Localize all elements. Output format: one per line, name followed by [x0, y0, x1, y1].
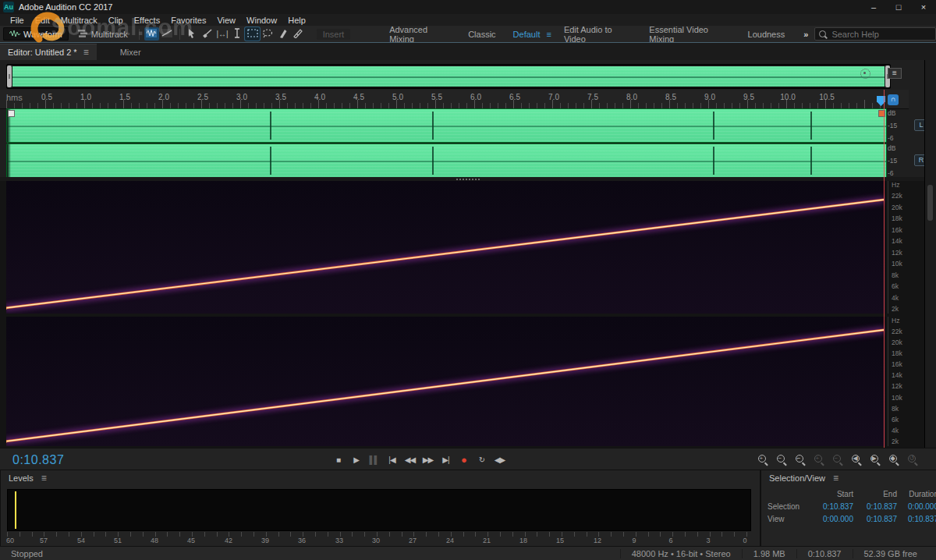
zoom-to-in-point-button[interactable]: ◀ [851, 454, 863, 466]
time-selection-tool[interactable] [230, 27, 245, 41]
show-waveform-toggle[interactable] [144, 27, 159, 41]
waveform-left-channel[interactable] [6, 108, 887, 143]
timeline-ruler[interactable]: hms 0.5 1.0 1.5 2.0 2.5 3.0 3.5 4.0 4.5 … [0, 90, 909, 109]
view-end-value[interactable]: 0:10.837 [853, 515, 897, 523]
audio-format: 48000 Hz • 16-bit • Stereo [620, 549, 742, 558]
workspace-loudness[interactable]: Loudness [740, 28, 793, 41]
settings-icon[interactable] [860, 69, 870, 79]
insert-label: Insert [317, 29, 351, 40]
workspace-classic[interactable]: Classic [460, 28, 503, 41]
column-start: Start [810, 490, 853, 498]
tab-editor[interactable]: Editor: Untitled 2 * ≡ [0, 44, 97, 60]
selection-end-value[interactable]: 0:10.837 [853, 502, 897, 511]
razor-tool[interactable] [200, 27, 214, 41]
zoom-out-full-button[interactable]: ⌐ [795, 454, 807, 466]
pause-button[interactable]: ▌▌ [367, 453, 381, 466]
minimize-button[interactable]: – [861, 0, 886, 14]
menu-edit[interactable]: Edit [30, 16, 55, 25]
level-meter [7, 489, 751, 531]
level-scale-label: 33 [335, 537, 343, 544]
level-scale-label: 57 [40, 537, 48, 544]
zoom-to-selection-button[interactable]: ◆ [888, 454, 900, 466]
level-meter-indicator [15, 491, 16, 529]
window-title: Adobe Audition CC 2017 [19, 2, 112, 12]
workspace-overflow-chevron[interactable]: » [803, 30, 808, 39]
menu-view[interactable]: View [211, 16, 241, 25]
editor-panel-menu-icon[interactable]: ≡ [888, 68, 902, 79]
menu-help[interactable]: Help [282, 16, 311, 25]
levels-panel-title: Levels [9, 473, 34, 483]
levels-panel: Levels ≡ 60 57 54 51 48 45 42 39 36 33 3… [0, 470, 760, 548]
zoom-buttons: + − ⌐ + − ◀ ▶ ◆ ↺ [757, 454, 919, 466]
zoom-reset-button[interactable]: ↺ [907, 454, 919, 466]
menu-file[interactable]: File [5, 16, 30, 25]
level-scale-label: 60 [6, 537, 14, 544]
menu-window[interactable]: Window [241, 16, 282, 25]
playhead-line[interactable] [884, 90, 885, 448]
search-help-input[interactable] [830, 29, 919, 40]
move-tool[interactable] [185, 27, 200, 41]
fade-in-handle[interactable] [8, 110, 15, 117]
spectral-left-channel[interactable] [6, 181, 885, 314]
levels-panel-menu-icon[interactable]: ≡ [41, 473, 47, 484]
view-start-value[interactable]: 0:00.000 [810, 515, 853, 523]
tab-mixer[interactable]: Mixer [112, 44, 149, 60]
transport-buttons: ■ ▶ ▌▌ |◀ ◀◀ ▶▶ ▶| ● ↻ ◀▶ [332, 453, 506, 466]
bottom-panels: Levels ≡ 60 57 54 51 48 45 42 39 36 33 3… [0, 470, 936, 546]
level-scale-label: 54 [77, 537, 85, 544]
lasso-selection-tool[interactable] [260, 27, 275, 41]
skip-to-end-button[interactable]: ▶| [439, 453, 452, 466]
skip-to-start-button[interactable]: |◀ [385, 453, 399, 466]
multitrack-icon [78, 30, 88, 39]
level-scale-label: 18 [519, 537, 527, 544]
slip-tool[interactable]: |↔| [214, 27, 229, 41]
frequency-scale-right: Hz22k 20k18k 16k14k 12k10k 8k6k 4k2k [888, 317, 912, 446]
menu-multitrack[interactable]: Multitrack [55, 16, 103, 25]
file-size: 1.98 MB [742, 549, 796, 558]
monitor-icon[interactable]: ∩ [888, 94, 899, 105]
level-scale-label: 3 [706, 537, 710, 544]
spot-healing-brush-tool[interactable] [290, 27, 305, 41]
zoom-in-time-button[interactable]: + [757, 454, 769, 466]
view-duration-value[interactable]: 0:10.837 [897, 515, 936, 523]
zoom-out-amplitude-button[interactable]: − [832, 454, 844, 466]
level-scale-label: 45 [187, 537, 195, 544]
skip-selection-button[interactable]: ◀▶ [493, 453, 506, 466]
selection-start-value[interactable]: 0:10.837 [810, 502, 853, 511]
menu-clip[interactable]: Clip [103, 16, 129, 25]
paintbrush-selection-tool[interactable] [275, 27, 290, 41]
waveform-right-channel[interactable] [6, 144, 887, 178]
title-bar: Au Adobe Audition CC 2017 – □ × [0, 0, 936, 14]
razor-tool-icon [202, 28, 213, 40]
restore-button[interactable]: □ [886, 0, 911, 14]
zoom-in-amplitude-button[interactable]: + [814, 454, 825, 466]
waveform-view-button[interactable]: Waveform [3, 27, 69, 41]
fast-forward-button[interactable]: ▶▶ [421, 453, 434, 466]
loop-playback-button[interactable]: ↻ [475, 453, 488, 466]
panel-menu-icon[interactable]: ≡ [83, 47, 89, 58]
workspace-menu-icon[interactable]: ≡ [546, 30, 551, 39]
overview-left-handle[interactable] [7, 66, 12, 87]
play-button[interactable]: ▶ [349, 453, 363, 466]
marquee-selection-tool[interactable] [245, 27, 260, 41]
record-button[interactable]: ● [457, 453, 470, 466]
zoom-to-out-point-button[interactable]: ▶ [870, 454, 881, 466]
selection-duration-value[interactable]: 0:00.000 [897, 502, 936, 511]
overview-zoom-bar[interactable] [6, 64, 891, 89]
zoom-out-time-button[interactable]: − [776, 454, 788, 466]
vertical-zoom-scrollbar[interactable] [924, 60, 936, 448]
multitrack-view-button[interactable]: Multitrack [72, 27, 134, 41]
scrollbar-thumb[interactable] [927, 185, 933, 221]
workspace-default[interactable]: Default [505, 28, 548, 41]
move-tool-icon [186, 28, 197, 41]
selection-view-menu-icon[interactable]: ≡ [833, 473, 838, 484]
stop-button[interactable]: ■ [332, 453, 345, 466]
close-button[interactable]: × [911, 0, 936, 14]
waveform-display-icon [146, 29, 157, 39]
playhead-time-display[interactable]: 0:10.837 [12, 453, 64, 467]
rewind-button[interactable]: ◀◀ [403, 453, 417, 466]
spectral-right-channel[interactable] [6, 317, 885, 446]
menu-favorites[interactable]: Favorites [165, 16, 211, 25]
menu-effects[interactable]: Effects [129, 16, 165, 25]
show-spectral-toggle[interactable] [159, 27, 174, 41]
